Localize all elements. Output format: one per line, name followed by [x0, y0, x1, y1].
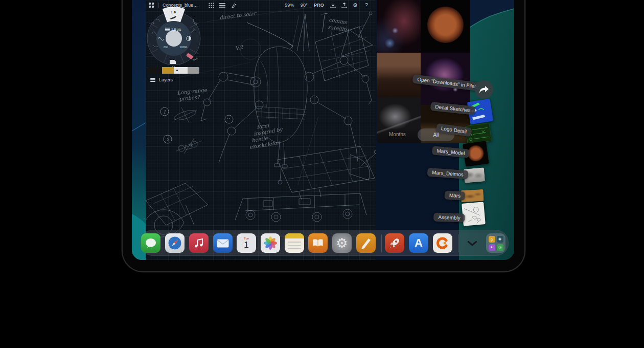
ipad-screen: direct to solar comms satellite V.2 Long…	[132, 0, 514, 260]
drag-item-label: Assembly	[433, 212, 465, 222]
marker-2: 2	[166, 137, 170, 142]
segment-size-3: 14.5	[192, 57, 198, 62]
active-size-label: 1.6	[171, 10, 176, 14]
color-swatch-light[interactable]	[174, 67, 188, 74]
help-icon[interactable]: ?	[363, 2, 370, 8]
active-color-dot	[176, 70, 178, 71]
calendar-day: 1	[244, 241, 248, 249]
annotation-direct-to-solar: direct to solar	[219, 10, 257, 20]
photos-view-months[interactable]: Months	[389, 132, 406, 137]
opacity-min: 0%	[164, 46, 168, 49]
canvas-rotation[interactable]: 90°	[301, 3, 308, 8]
photo-nebula-horsehead[interactable]	[377, 0, 421, 53]
dock-app-photos[interactable]	[261, 233, 280, 253]
app-grid-icon[interactable]	[148, 2, 154, 8]
app-library-mini-tips: ϙ	[489, 236, 495, 243]
drag-thumb-assembly[interactable]	[462, 202, 486, 226]
annotation-probes-2: probes?	[178, 94, 201, 102]
photos-app-window[interactable]: Months All	[377, 0, 470, 143]
forward-arrow-icon	[479, 85, 489, 94]
tool-wheel[interactable]: 1.6 7.3 3.5 14.5 8.9 1.6 pts 0% 100%	[146, 7, 203, 70]
dock-app-rocket[interactable]	[385, 233, 404, 253]
export-share-icon[interactable]	[341, 2, 347, 8]
share-forward-badge	[475, 80, 493, 99]
dock-app-music[interactable]	[189, 233, 209, 253]
concepts-app-window[interactable]: direct to solar comms satellite V.2 Long…	[146, 0, 376, 260]
opacity-max: 100%	[179, 46, 188, 49]
color-swatch-gold[interactable]	[162, 67, 174, 74]
dock-app-safari[interactable]	[165, 233, 185, 253]
settings-gear-icon[interactable]: ⚙	[352, 2, 358, 8]
layers-menu-icon	[150, 78, 155, 82]
photo-mars-globe[interactable]	[421, 0, 470, 53]
annotation-comms: comms	[329, 17, 348, 25]
app-library-mini-clock: ◷	[497, 244, 503, 251]
document-title[interactable]: Concepts_blue…	[163, 3, 198, 8]
dock-app-mail[interactable]	[213, 233, 233, 253]
dock-divider	[381, 234, 382, 252]
dock-divider	[458, 234, 458, 252]
layers-label: Layers	[159, 77, 173, 82]
pro-badge[interactable]: PRO	[314, 3, 324, 8]
import-icon[interactable]	[330, 2, 336, 8]
dock-app-messages[interactable]	[141, 233, 160, 253]
dock-hide-chevron[interactable]	[463, 233, 482, 253]
app-library-mini-camera: ◉	[497, 236, 503, 243]
photos-flower-icon	[263, 236, 278, 250]
size-readout: 1.6 pts	[171, 28, 181, 32]
app-library-mini-star: ★	[489, 244, 495, 251]
color-strip[interactable]	[148, 67, 199, 74]
dock-app-books[interactable]	[308, 233, 328, 253]
annotation-version: V.2	[235, 44, 243, 51]
dock-app-concepts[interactable]	[433, 233, 452, 253]
dock-app-sketch-pen[interactable]	[356, 233, 376, 253]
wheel-center-knob[interactable]	[166, 30, 182, 47]
dock-app-calendar[interactable]: Tue 1	[237, 233, 256, 253]
zoom-level[interactable]: 59%	[285, 3, 294, 8]
marker-1: 1	[163, 110, 166, 115]
toolbar-divider	[158, 3, 159, 8]
dock-app-notes[interactable]	[285, 233, 304, 253]
layers-stack-icon[interactable]	[219, 2, 225, 8]
assembly-sketch-art	[462, 202, 486, 226]
dock: Tue 1	[140, 230, 509, 256]
concepts-toolbar: Concepts_blue… 59% 90° PRO ⚙ ?	[146, 0, 376, 10]
color-swatch-black[interactable]	[148, 67, 162, 74]
color-swatch-gray[interactable]	[188, 67, 199, 74]
layers-button[interactable]: Layers	[150, 77, 173, 82]
dock-app-library[interactable]: ϙ ◉ ★ ◷	[486, 233, 505, 253]
drag-item-label: Mars	[444, 190, 465, 200]
dock-app-appstore[interactable]: A	[409, 233, 428, 253]
dock-app-settings[interactable]: ⚙	[332, 233, 352, 253]
pen-tool-icon[interactable]	[231, 2, 237, 8]
dot-grid-icon[interactable]	[208, 2, 214, 8]
chevron-down-icon	[468, 241, 477, 246]
photos-view-all-label: All	[433, 132, 439, 138]
